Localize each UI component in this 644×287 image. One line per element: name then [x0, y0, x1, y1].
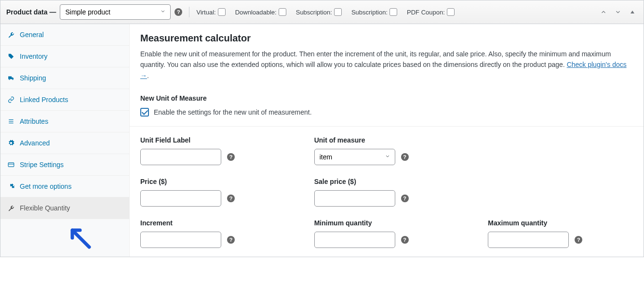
sidebar-item-label: Inventory [20, 52, 48, 60]
sidebar-item-inventory[interactable]: Inventory [0, 46, 129, 67]
help-icon[interactable]: ? [401, 236, 409, 244]
help-icon[interactable]: ? [575, 236, 582, 244]
unit-field-label-label: Unit Field Label [140, 136, 285, 144]
enable-unit-row: Enable the settings for the new unit of … [140, 108, 633, 117]
price-label: Price ($) [140, 178, 285, 185]
product-type-select[interactable]: Simple product [60, 4, 171, 20]
field-min-quantity: Minimum quantity ? [314, 219, 459, 248]
sidebar-item-label: General [20, 31, 44, 39]
divider [189, 7, 189, 17]
move-down-icon[interactable] [613, 7, 623, 17]
help-icon[interactable]: ? [227, 153, 235, 161]
gear-icon [7, 140, 15, 146]
downloadable-option: Downloadable: [235, 8, 286, 16]
form-grid: Unit Field Label ? Unit of measure item [140, 136, 633, 248]
increment-label: Increment [140, 219, 285, 227]
svg-rect-4 [8, 163, 14, 167]
field-price: Price ($) ? [140, 178, 285, 207]
grid-spacer [488, 136, 633, 165]
subscription-checkbox-1[interactable] [334, 8, 342, 16]
move-up-icon[interactable] [598, 7, 609, 17]
field-unit-of-measure: Unit of measure item ? [314, 136, 459, 165]
virtual-label: Virtual: [196, 9, 215, 16]
enable-unit-label: Enable the settings for the new unit of … [154, 108, 312, 116]
field-increment: Increment ? [140, 219, 285, 248]
help-icon[interactable]: ? [401, 195, 409, 202]
max-quantity-input[interactable] [488, 232, 569, 248]
sale-price-input[interactable] [314, 190, 395, 207]
min-quantity-label: Minimum quantity [314, 219, 459, 227]
product-data-panel: Product data — Simple product ? Virtual:… [0, 0, 644, 257]
subscription-checkbox-2[interactable] [389, 8, 397, 16]
virtual-checkbox[interactable] [218, 8, 226, 16]
truck-icon [7, 75, 15, 81]
subscription-label-2: Subscription: [351, 9, 388, 16]
content-description: Enable the new unit of measurement for t… [140, 49, 633, 81]
wrench-icon [7, 205, 15, 211]
unit-of-measure-select[interactable]: item [314, 149, 395, 165]
sidebar-item-label: Attributes [20, 117, 48, 125]
content-area: Measurement calculator Enable the new un… [130, 24, 644, 257]
sidebar-item-label: Flexible Quantity [20, 204, 70, 212]
sidebar-item-label: Stripe Settings [20, 161, 64, 169]
downloadable-label: Downloadable: [235, 9, 277, 16]
subscription-option-2: Subscription: [351, 8, 397, 16]
content-heading: Measurement calculator [140, 33, 633, 44]
new-unit-heading: New Unit of Measure [140, 94, 633, 102]
sidebar-item-linked[interactable]: Linked Products [0, 89, 129, 111]
collapse-icon[interactable] [627, 7, 638, 17]
panel-title: Product data — [6, 8, 56, 16]
unit-of-measure-label: Unit of measure [314, 136, 459, 144]
pdf-coupon-checkbox[interactable] [447, 8, 455, 16]
desc-text: Enable the new unit of measurement for t… [140, 50, 611, 68]
sidebar-item-advanced[interactable]: Advanced [0, 132, 129, 154]
wrench-icon [7, 31, 15, 38]
panel-header: Product data — Simple product ? Virtual:… [0, 0, 644, 24]
sidebar-item-label: Shipping [20, 74, 46, 82]
max-quantity-label: Maximum quantity [488, 219, 633, 227]
link-icon [7, 96, 15, 103]
downloadable-checkbox[interactable] [279, 8, 286, 16]
price-input[interactable] [140, 190, 221, 207]
sidebar-item-stripe[interactable]: Stripe Settings [0, 154, 129, 176]
help-icon[interactable]: ? [227, 236, 235, 244]
field-max-quantity: Maximum quantity ? [488, 219, 633, 248]
panel-body: General Inventory Shipping Linked Produc… [0, 24, 644, 257]
unit-field-label-input[interactable] [140, 149, 221, 165]
sidebar-item-general[interactable]: General [0, 24, 129, 46]
subscription-label-1: Subscription: [296, 9, 332, 16]
help-icon[interactable]: ? [174, 8, 182, 16]
tag-icon [7, 53, 15, 60]
enable-unit-checkbox[interactable] [140, 108, 149, 117]
field-unit-label: Unit Field Label ? [140, 136, 285, 165]
sidebar-item-more-options[interactable]: Get more options [0, 176, 129, 197]
svg-marker-0 [631, 11, 634, 13]
sidebar-item-shipping[interactable]: Shipping [0, 67, 129, 89]
list-icon [7, 118, 15, 125]
virtual-option: Virtual: [196, 8, 225, 16]
grid-spacer [488, 178, 633, 207]
help-icon[interactable]: ? [401, 153, 409, 161]
sidebar-item-label: Advanced [20, 139, 50, 147]
plug-icon [7, 183, 15, 190]
pdf-coupon-label: PDF Coupon: [407, 9, 445, 16]
subscription-option-1: Subscription: [296, 8, 342, 16]
sidebar-item-label: Linked Products [20, 96, 68, 104]
increment-input[interactable] [140, 232, 221, 248]
field-sale-price: Sale price ($) ? [314, 178, 459, 207]
pdf-coupon-option: PDF Coupon: [407, 8, 455, 16]
sale-price-label: Sale price ($) [314, 178, 459, 185]
help-icon[interactable]: ? [227, 195, 235, 202]
sidebar-item-label: Get more options [20, 183, 71, 190]
sidebar-item-flexible-quantity[interactable]: Flexible Quantity [0, 197, 129, 219]
new-unit-section: New Unit of Measure Enable the settings … [140, 94, 633, 117]
sidebar-item-attributes[interactable]: Attributes [0, 111, 129, 132]
section-divider [130, 126, 644, 127]
sidebar: General Inventory Shipping Linked Produc… [0, 24, 130, 257]
min-quantity-input[interactable] [314, 232, 395, 248]
card-icon [7, 161, 15, 168]
